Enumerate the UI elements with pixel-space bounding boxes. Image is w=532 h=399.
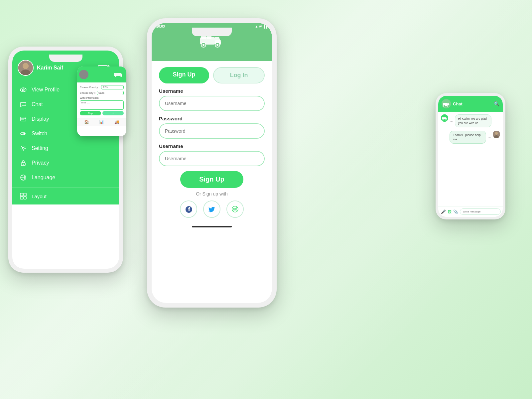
language-icon [20, 174, 27, 181]
username-label-1: Username [159, 88, 265, 94]
svg-rect-27 [114, 73, 120, 76]
svg-point-19 [23, 164, 24, 165]
setting-label: Setting [32, 145, 48, 151]
mini-info-label: Write information [80, 96, 124, 99]
chat-input[interactable] [460, 208, 501, 215]
username-group-1: Username [159, 88, 265, 111]
menu-item-setting[interactable]: Setting [12, 141, 119, 156]
chat-body: ··· Hi Karim, we are glad you are with u… [438, 112, 503, 206]
chat-header: Chat 🔍 [438, 96, 503, 112]
svg-rect-24 [24, 193, 26, 196]
chat-avatar [442, 99, 451, 108]
chat-message-sent: ··· Thanks , please help me [441, 131, 500, 144]
mini-country-label: Choose Country :: [80, 86, 100, 89]
svg-point-13 [23, 89, 24, 90]
mini-home-icon[interactable]: 🏠 [84, 120, 89, 124]
chat-label: Chat [32, 101, 43, 107]
svg-point-1 [23, 63, 29, 69]
svg-rect-23 [20, 193, 23, 196]
left-phone-notch [49, 55, 82, 62]
center-phone-notch [192, 28, 232, 36]
svg-point-42 [234, 208, 236, 210]
user-info: Karim Saif [18, 60, 63, 76]
view-profile-label: View Profile [32, 87, 60, 93]
mini-buttons: Map + [80, 111, 124, 115]
switch-icon [20, 130, 27, 137]
chat-search-icon[interactable]: 🔍 [494, 101, 499, 106]
privacy-icon [20, 159, 27, 167]
mini-extra-btn[interactable]: + [102, 111, 124, 115]
status-icons: ▲ ≋ ▐▐ [255, 25, 267, 28]
svg-point-39 [216, 44, 218, 46]
mini-map-btn[interactable]: Map [80, 111, 101, 115]
password-input[interactable] [159, 123, 265, 139]
svg-rect-25 [20, 197, 23, 199]
center-body: Sign Up Log In Username Password Usernam… [152, 61, 272, 223]
switch-label: Switch [32, 131, 47, 137]
chat-input-bar: 🎤 🖼 📎 😊 [438, 206, 503, 217]
facebook-button[interactable] [180, 200, 197, 218]
svg-rect-26 [24, 197, 26, 199]
right-phone-screen: Chat 🔍 ··· Hi Karim, we are glad you are… [438, 96, 503, 217]
microphone-icon[interactable]: 🎤 [441, 209, 446, 214]
username-input-2[interactable] [159, 151, 265, 166]
display-icon [20, 115, 27, 123]
menu-item-language[interactable]: Language [12, 170, 119, 185]
svg-point-40 [232, 206, 238, 212]
password-group: Password [159, 116, 265, 139]
svg-point-29 [115, 75, 116, 76]
mini-textarea: Write ..... [80, 100, 124, 110]
received-dots: ··· [450, 118, 454, 124]
mini-avatar [79, 70, 88, 79]
svg-marker-28 [120, 73, 122, 75]
mini-truck-icon [114, 71, 124, 78]
mini-chart-icon[interactable]: 📊 [99, 120, 104, 124]
left-footer[interactable]: Layout [12, 188, 119, 204]
svg-point-48 [447, 105, 449, 107]
left-phone: Karim Saif [8, 47, 123, 273]
username-group-2: Username [159, 143, 265, 166]
received-bubble: Hi Karim, we are glad you are with us [455, 114, 491, 127]
center-phone-screen: 10:03 ▲ ≋ ▐▐ [152, 23, 272, 303]
display-label: Display [32, 116, 49, 122]
layout-label: Layout [32, 194, 47, 199]
attachment-icon[interactable]: 📎 [453, 209, 458, 214]
emoji-icon[interactable]: 😊 [502, 209, 503, 214]
sent-dots: ··· [487, 135, 491, 140]
chat-icon [20, 101, 27, 108]
twitter-button[interactable] [203, 200, 220, 218]
language-label: Language [32, 175, 55, 181]
status-time: 10:03 [156, 25, 165, 28]
privacy-label: Privacy [32, 160, 49, 166]
mini-overlay-header [77, 66, 126, 82]
signup-button[interactable]: Sign Up [180, 171, 244, 188]
mini-overlay-phone: Choose Country :: EGY Choose City :: Cai… [77, 66, 126, 136]
mini-nav: 🏠 📊 🚚 [77, 118, 126, 126]
mini-city-row: Choose City :: Cairo [80, 91, 124, 95]
setting-icon [20, 145, 27, 152]
signup-tab[interactable]: Sign Up [159, 67, 209, 83]
svg-point-37 [202, 44, 204, 46]
mini-truck-nav-icon[interactable]: 🚚 [114, 120, 119, 124]
msg-user-avatar [493, 131, 500, 138]
svg-rect-14 [21, 117, 26, 121]
chat-title: Chat [453, 101, 492, 106]
svg-point-30 [120, 75, 122, 76]
password-label: Password [159, 116, 265, 121]
social-buttons [159, 200, 265, 223]
user-name-label: Karim Saif [37, 65, 63, 71]
mini-city-label: Choose City :: [80, 91, 95, 94]
google-button[interactable] [226, 200, 244, 218]
mini-overlay-content: Choose Country :: EGY Choose City :: Cai… [77, 82, 126, 118]
svg-point-17 [22, 147, 24, 149]
menu-item-privacy[interactable]: Privacy [12, 156, 119, 170]
view-profile-icon [20, 86, 27, 93]
svg-point-52 [442, 119, 444, 120]
image-icon[interactable]: 🖼 [448, 209, 452, 214]
login-tab[interactable]: Log In [213, 67, 265, 83]
mini-country-row: Choose Country :: EGY [80, 85, 124, 89]
svg-rect-50 [442, 117, 445, 119]
svg-point-53 [445, 119, 447, 120]
username-input-1[interactable] [159, 96, 265, 111]
username-label-2: Username [159, 143, 265, 149]
